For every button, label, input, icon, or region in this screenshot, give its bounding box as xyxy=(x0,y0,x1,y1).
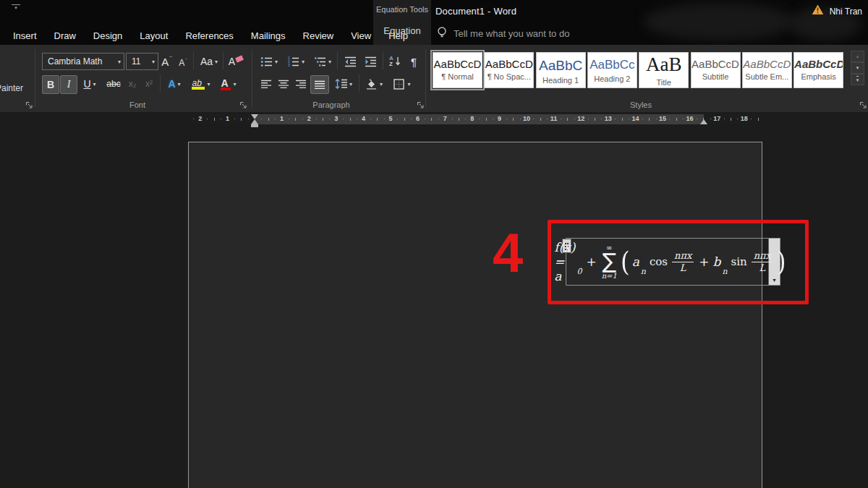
text-highlight-button[interactable]: ab ▾ xyxy=(188,75,214,93)
lightbulb-icon xyxy=(437,26,447,41)
sort-button[interactable]: A Z xyxy=(386,53,404,70)
ruler-dot xyxy=(357,119,357,119)
ruler-tick xyxy=(404,118,405,121)
styles-dialog-launcher-icon[interactable] xyxy=(859,101,867,109)
background-photo-smudge xyxy=(644,3,796,40)
style-card-emphasis[interactable]: AaBbCcDEmphasis xyxy=(793,52,843,88)
increase-indent-button[interactable] xyxy=(361,53,380,70)
style-card-title[interactable]: AaBTitle xyxy=(639,52,689,88)
style-sample: AaBbCc xyxy=(588,58,637,72)
italic-button[interactable]: I xyxy=(60,75,77,94)
tab-design[interactable]: Design xyxy=(85,30,131,41)
styles-scroll-up-icon[interactable]: ▴ xyxy=(851,51,864,62)
style-card-heading-2[interactable]: AaBbCcHeading 2 xyxy=(587,52,637,88)
justify-button[interactable] xyxy=(310,75,329,94)
borders-button[interactable]: ▾ xyxy=(389,75,415,93)
ruler-dot xyxy=(438,119,439,119)
ruler-number: 5 xyxy=(388,115,392,122)
tab-review[interactable]: Review xyxy=(294,30,343,41)
ruler-dot xyxy=(737,119,738,119)
font-name-combobox[interactable]: Cambria Math▾ xyxy=(42,53,124,70)
style-sample: AaB xyxy=(639,53,688,76)
tell-me-search[interactable]: Tell me what you want to do xyxy=(437,26,569,41)
ruler-dot xyxy=(724,119,725,119)
style-label: ¶ No Spac... xyxy=(485,72,533,81)
style-label: Subtitle xyxy=(692,72,740,81)
styles-more-icon[interactable]: ▾ xyxy=(851,74,864,85)
tab-references[interactable]: References xyxy=(176,30,242,41)
bold-button[interactable]: B xyxy=(42,75,59,94)
shrink-font-button[interactable]: Aˇ xyxy=(176,54,190,72)
hanging-indent-marker[interactable] xyxy=(251,119,258,124)
underline-button[interactable]: U▾ xyxy=(79,75,101,93)
summation-symbol: ∞ ∑ n=1 xyxy=(602,244,617,280)
clear-formatting-button[interactable]: A xyxy=(227,53,244,70)
shading-button[interactable]: ▾ xyxy=(362,75,386,93)
styles-scroll-down-icon[interactable]: ▾ xyxy=(851,62,864,74)
ruler-number: 18 xyxy=(741,115,748,122)
warning-icon[interactable] xyxy=(812,4,824,18)
user-account[interactable]: Nhi Tran xyxy=(812,4,862,18)
tab-view[interactable]: View xyxy=(342,30,380,41)
ruler-tick xyxy=(241,118,242,121)
style-card-subtle-em[interactable]: AaBbCcDSubtle Em... xyxy=(742,52,792,88)
horizontal-ruler: 21123456789101112131415161718 xyxy=(187,114,761,124)
font-dialog-launcher-icon[interactable] xyxy=(239,101,247,109)
ruler-dot xyxy=(751,119,752,119)
left-indent-marker[interactable] xyxy=(251,124,258,127)
decrease-indent-button[interactable] xyxy=(341,53,359,70)
ruler-tick xyxy=(622,118,623,121)
font-size-combobox[interactable]: 11▾ xyxy=(126,53,158,70)
subscript-button[interactable]: x₂ xyxy=(124,75,140,93)
first-line-indent-marker[interactable] xyxy=(251,114,258,119)
ruler-dot xyxy=(370,119,371,119)
line-spacing-button[interactable]: ▾ xyxy=(331,75,356,93)
ruler-tick xyxy=(431,118,432,121)
svg-text:3: 3 xyxy=(288,63,290,67)
text-effects-button[interactable]: A ▾ xyxy=(163,75,185,93)
chevron-down-icon: ▾ xyxy=(178,81,181,87)
superscript-button[interactable]: x² xyxy=(141,75,157,93)
right-indent-marker[interactable] xyxy=(700,119,707,124)
paragraph-dialog-launcher-icon[interactable] xyxy=(417,101,425,109)
align-center-button[interactable] xyxy=(276,75,292,93)
tab-draw[interactable]: Draw xyxy=(46,30,85,41)
style-card-normal[interactable]: AaBbCcD¶ Normal xyxy=(433,52,482,88)
format-painter-button[interactable]: Painter xyxy=(0,80,23,97)
chevron-down-icon: ▾ xyxy=(275,59,278,65)
ruler-number: 8 xyxy=(470,115,474,122)
tab-help[interactable]: Help xyxy=(380,30,417,41)
multilevel-list-button[interactable]: ▾ xyxy=(312,53,333,70)
bullet-list-button[interactable]: ▾ xyxy=(258,53,280,70)
clipboard-dialog-launcher-icon[interactable] xyxy=(25,101,33,109)
tab-insert[interactable]: Insert xyxy=(4,30,46,41)
ruler-dot xyxy=(207,119,208,119)
change-case-button[interactable]: Aa▾ xyxy=(197,53,221,70)
tell-me-placeholder: Tell me what you want to do xyxy=(454,28,569,39)
ruler-tick xyxy=(676,118,677,121)
tab-layout[interactable]: Layout xyxy=(131,30,176,41)
ruler-dot xyxy=(588,119,589,119)
ruler-dot xyxy=(302,119,303,119)
grow-font-button[interactable]: Aˇ̌ xyxy=(158,53,174,70)
align-right-button[interactable] xyxy=(293,75,309,93)
chevron-down-icon: ▾ xyxy=(349,81,352,87)
style-card-no-spac[interactable]: AaBbCcD¶ No Spac... xyxy=(484,52,534,88)
ruler-dot xyxy=(465,119,466,119)
ruler-dot xyxy=(221,119,221,119)
ruler-tick xyxy=(377,118,378,121)
ruler-dot xyxy=(289,119,289,119)
show-paragraph-marks-button[interactable]: ¶ xyxy=(406,53,422,70)
style-card-heading-1[interactable]: AaBbCHeading 1 xyxy=(536,52,586,88)
ruler-dot xyxy=(452,119,453,119)
font-color-button[interactable]: A ▾ xyxy=(217,75,240,93)
tab-mailings[interactable]: Mailings xyxy=(242,30,294,41)
align-left-button[interactable] xyxy=(258,75,274,93)
quick-access-toolbar-more-icon[interactable]: ▾ xyxy=(12,4,20,10)
ruler-dot xyxy=(261,119,262,119)
strikethrough-button[interactable]: abc xyxy=(103,75,124,93)
numbered-list-button[interactable]: 123 ▾ xyxy=(285,53,307,70)
equation-object[interactable]: ▼ f(x) = a0 + ∞ ∑ n=1 ( an cos nπx L + xyxy=(566,238,780,286)
ruler-dot xyxy=(601,119,602,119)
style-card-subtitle[interactable]: AaBbCcDSubtitle xyxy=(691,52,741,88)
